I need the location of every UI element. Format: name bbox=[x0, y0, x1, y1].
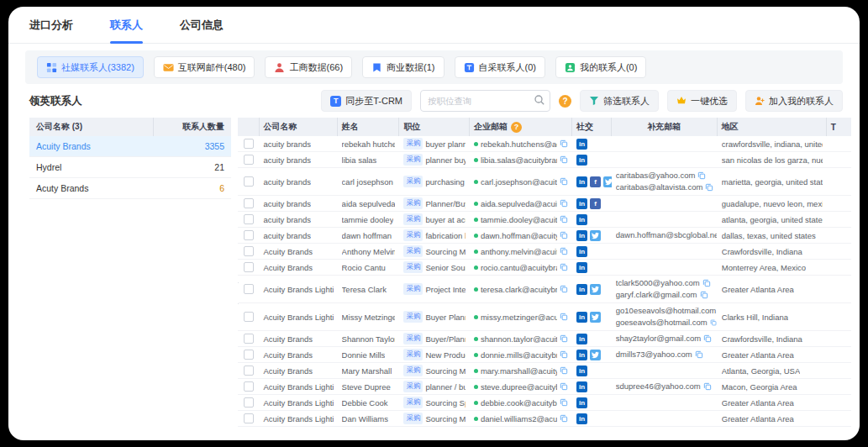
copy-icon[interactable] bbox=[560, 215, 568, 224]
copy-icon[interactable] bbox=[560, 199, 568, 208]
copy-icon[interactable] bbox=[560, 366, 568, 375]
chip-self-collected[interactable]: 自采联系人(0) bbox=[455, 56, 545, 78]
linkedin-icon[interactable]: in bbox=[576, 198, 587, 209]
row-checkbox[interactable] bbox=[244, 155, 254, 165]
copy-icon[interactable] bbox=[560, 177, 568, 186]
row-checkbox[interactable] bbox=[244, 246, 254, 256]
row-checkbox[interactable] bbox=[244, 214, 254, 224]
copy-icon[interactable] bbox=[560, 398, 568, 407]
tab-contacts[interactable]: 联系人 bbox=[110, 7, 143, 44]
copy-icon[interactable] bbox=[560, 313, 568, 321]
row-checkbox[interactable] bbox=[244, 198, 254, 208]
copy-icon[interactable] bbox=[560, 177, 568, 186]
twitter-icon[interactable] bbox=[590, 230, 601, 241]
copy-icon[interactable] bbox=[560, 285, 568, 293]
chip-commercial-data[interactable]: 商业数据(1) bbox=[362, 56, 444, 78]
linkedin-icon[interactable]: in bbox=[576, 397, 587, 408]
copy-icon[interactable] bbox=[560, 398, 568, 407]
copy-icon[interactable] bbox=[560, 313, 568, 321]
copy-icon[interactable] bbox=[560, 366, 568, 375]
linkedin-icon[interactable]: in bbox=[576, 214, 587, 225]
copy-icon[interactable] bbox=[560, 155, 568, 164]
email-help-icon[interactable]: ? bbox=[511, 122, 522, 133]
linkedin-icon[interactable]: in bbox=[576, 413, 587, 424]
twitter-icon[interactable] bbox=[590, 350, 601, 360]
copy-icon[interactable] bbox=[560, 247, 568, 255]
row-checkbox[interactable] bbox=[244, 176, 254, 187]
copy-icon[interactable] bbox=[703, 334, 712, 343]
copy-icon[interactable] bbox=[560, 382, 568, 391]
copy-icon[interactable] bbox=[560, 263, 568, 271]
copy-icon[interactable] bbox=[560, 231, 568, 239]
tab-company-info[interactable]: 公司信息 bbox=[180, 7, 224, 44]
row-checkbox[interactable] bbox=[244, 381, 254, 392]
copy-icon[interactable] bbox=[560, 334, 568, 343]
chip-internet-mail[interactable]: 互联网邮件(480) bbox=[154, 56, 255, 78]
copy-icon[interactable] bbox=[560, 350, 568, 359]
position-search-input[interactable] bbox=[420, 90, 550, 112]
facebook-icon[interactable]: f bbox=[590, 198, 601, 209]
copy-icon[interactable] bbox=[560, 414, 568, 423]
row-checkbox[interactable] bbox=[244, 413, 254, 423]
copy-icon[interactable] bbox=[560, 139, 568, 148]
row-checkbox[interactable] bbox=[244, 230, 254, 240]
copy-icon[interactable] bbox=[703, 382, 712, 391]
twitter-icon[interactable] bbox=[590, 312, 601, 323]
search-help-icon[interactable]: ? bbox=[559, 95, 571, 108]
linkedin-icon[interactable]: in bbox=[576, 139, 587, 150]
company-row[interactable]: Hydrel 21 bbox=[29, 157, 231, 178]
linkedin-icon[interactable]: in bbox=[576, 350, 587, 360]
one-click-optimize-button[interactable]: 一键优选 bbox=[667, 90, 737, 112]
copy-icon[interactable] bbox=[560, 263, 568, 271]
row-checkbox[interactable] bbox=[244, 312, 254, 322]
add-to-my-contacts-button[interactable]: 加入我的联系人 bbox=[745, 90, 843, 112]
row-checkbox[interactable] bbox=[244, 284, 254, 294]
filter-contacts-button[interactable]: 筛选联系人 bbox=[580, 90, 659, 112]
linkedin-icon[interactable]: in bbox=[576, 365, 587, 376]
copy-icon[interactable] bbox=[700, 291, 708, 299]
linkedin-icon[interactable]: in bbox=[576, 262, 587, 273]
linkedin-icon[interactable]: in bbox=[576, 246, 587, 257]
copy-icon[interactable] bbox=[560, 139, 568, 148]
copy-icon[interactable] bbox=[560, 350, 568, 359]
copy-icon[interactable] bbox=[695, 350, 703, 359]
linkedin-icon[interactable]: in bbox=[576, 176, 587, 187]
copy-icon[interactable] bbox=[710, 318, 717, 327]
twitter-icon[interactable] bbox=[603, 176, 612, 187]
copy-icon[interactable] bbox=[702, 279, 711, 287]
row-checkbox[interactable] bbox=[244, 262, 254, 272]
copy-icon[interactable] bbox=[560, 382, 568, 391]
row-checkbox[interactable] bbox=[244, 397, 254, 408]
copy-icon[interactable] bbox=[697, 171, 706, 180]
search-icon[interactable] bbox=[534, 94, 545, 106]
row-checkbox[interactable] bbox=[244, 139, 254, 149]
sync-to-tcrm-button[interactable]: T 同步至T-CRM bbox=[321, 90, 412, 112]
chip-social-contacts[interactable]: 社媒联系人(3382) bbox=[37, 56, 144, 78]
chip-business-registry[interactable]: 工商数据(66) bbox=[265, 56, 352, 78]
twitter-icon[interactable] bbox=[590, 284, 601, 295]
linkedin-icon[interactable]: in bbox=[576, 312, 587, 323]
copy-icon[interactable] bbox=[560, 155, 568, 164]
copy-icon[interactable] bbox=[560, 215, 568, 224]
copy-icon[interactable] bbox=[560, 334, 568, 343]
copy-icon[interactable] bbox=[705, 183, 713, 192]
linkedin-icon[interactable]: in bbox=[576, 381, 587, 392]
linkedin-icon[interactable]: in bbox=[576, 334, 587, 344]
company-row[interactable]: Acuity Brands 3355 bbox=[29, 136, 231, 157]
copy-icon[interactable] bbox=[560, 231, 568, 239]
copy-icon[interactable] bbox=[560, 247, 568, 255]
linkedin-icon[interactable]: in bbox=[576, 230, 587, 241]
copy-icon[interactable] bbox=[560, 285, 568, 293]
company-row[interactable]: Acuty Brands 6 bbox=[29, 178, 231, 199]
row-checkbox[interactable] bbox=[244, 365, 254, 376]
collapse-panel-handle[interactable] bbox=[238, 282, 239, 304]
linkedin-icon[interactable]: in bbox=[576, 155, 587, 166]
linkedin-icon[interactable]: in bbox=[576, 284, 587, 295]
copy-icon[interactable] bbox=[560, 199, 568, 208]
copy-icon[interactable] bbox=[560, 414, 568, 423]
row-checkbox[interactable] bbox=[244, 350, 254, 360]
tab-import-analysis[interactable]: 进口分析 bbox=[29, 7, 73, 44]
row-checkbox[interactable] bbox=[244, 334, 254, 344]
facebook-icon[interactable]: f bbox=[590, 176, 601, 187]
chip-my-contacts[interactable]: 我的联系人(0) bbox=[555, 56, 646, 78]
